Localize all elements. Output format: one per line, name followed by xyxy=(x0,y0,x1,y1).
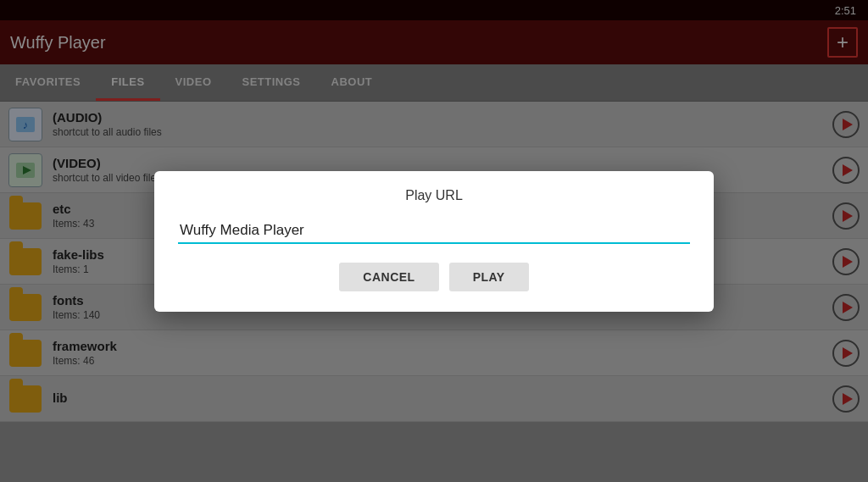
play-url-dialog: Play URL CANCEL PLAY xyxy=(154,171,714,312)
dialog-actions: CANCEL PLAY xyxy=(178,263,690,291)
dialog-title: Play URL xyxy=(178,188,690,203)
url-input[interactable] xyxy=(178,219,690,244)
overlay: Play URL CANCEL PLAY xyxy=(0,0,868,482)
cancel-button[interactable]: CANCEL xyxy=(339,263,438,291)
play-button[interactable]: PLAY xyxy=(449,263,529,291)
